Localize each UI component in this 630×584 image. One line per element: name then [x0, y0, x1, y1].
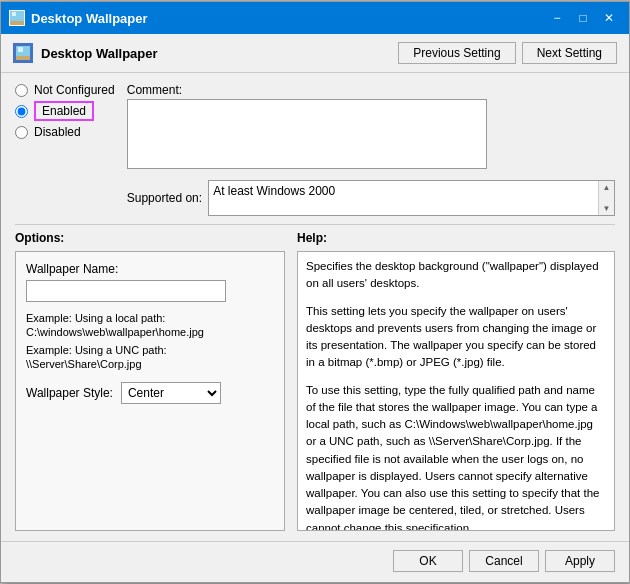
header-buttons: Previous Setting Next Setting [398, 42, 617, 64]
enabled-radio[interactable] [15, 105, 28, 118]
svg-rect-1 [10, 21, 24, 25]
options-panel: Options: Wallpaper Name: Example: Using … [15, 231, 285, 531]
help-title: Help: [297, 231, 615, 245]
svg-rect-4 [16, 56, 30, 60]
window-controls: − □ ✕ [545, 8, 621, 28]
supported-row: Supported on: At least Windows 2000 ▲ ▼ [127, 180, 615, 216]
top-section: Not Configured Enabled Disabled Comment: [15, 83, 615, 216]
example-local-label: Example: Using a local path: [26, 312, 274, 324]
header-icon [13, 43, 33, 63]
example-local-value: C:\windows\web\wallpaper\home.jpg [26, 326, 274, 338]
help-para-3: To use this setting, type the fully qual… [306, 382, 606, 532]
cancel-button[interactable]: Cancel [469, 550, 539, 572]
svg-rect-2 [12, 12, 16, 16]
supported-scrollbar: ▲ ▼ [598, 181, 614, 215]
options-title: Options: [15, 231, 285, 245]
scroll-down-arrow: ▼ [603, 204, 611, 213]
main-window: Desktop Wallpaper − □ ✕ Desktop Wallpape… [0, 1, 630, 583]
header-left: Desktop Wallpaper [13, 43, 158, 63]
style-select[interactable]: Center Tile Stretch Fit Fill Span [121, 382, 221, 404]
window-title: Desktop Wallpaper [31, 11, 545, 26]
header-title: Desktop Wallpaper [41, 46, 158, 61]
right-col: Comment: Supported on: At least Windows … [127, 83, 615, 216]
disabled-row: Disabled [15, 125, 115, 139]
not-configured-row: Not Configured [15, 83, 115, 97]
bottom-section: Options: Wallpaper Name: Example: Using … [15, 231, 615, 531]
comment-area: Comment: [127, 83, 615, 172]
next-setting-button[interactable]: Next Setting [522, 42, 617, 64]
comment-textarea[interactable] [127, 99, 487, 169]
help-panel: Help: Specifies the desktop background (… [297, 231, 615, 531]
options-box: Wallpaper Name: Example: Using a local p… [15, 251, 285, 531]
close-button[interactable]: ✕ [597, 8, 621, 28]
window-icon [9, 10, 25, 26]
apply-button[interactable]: Apply [545, 550, 615, 572]
style-row: Wallpaper Style: Center Tile Stretch Fit… [26, 382, 274, 404]
comment-label: Comment: [127, 83, 615, 97]
enabled-label: Enabled [34, 101, 94, 121]
svg-rect-5 [18, 47, 23, 52]
previous-setting-button[interactable]: Previous Setting [398, 42, 515, 64]
not-configured-radio[interactable] [15, 84, 28, 97]
supported-box: At least Windows 2000 ▲ ▼ [208, 180, 615, 216]
header-bar: Desktop Wallpaper Previous Setting Next … [1, 34, 629, 73]
ok-button[interactable]: OK [393, 550, 463, 572]
style-label: Wallpaper Style: [26, 386, 113, 400]
not-configured-label: Not Configured [34, 83, 115, 97]
scroll-up-arrow: ▲ [603, 183, 611, 192]
disabled-label: Disabled [34, 125, 81, 139]
footer: OK Cancel Apply [1, 541, 629, 582]
help-box[interactable]: Specifies the desktop background ("wallp… [297, 251, 615, 531]
main-content: Not Configured Enabled Disabled Comment: [1, 73, 629, 541]
supported-text: At least Windows 2000 [213, 184, 335, 198]
help-para-2: This setting lets you specify the wallpa… [306, 303, 606, 372]
help-para-1: Specifies the desktop background ("wallp… [306, 258, 606, 293]
minimize-button[interactable]: − [545, 8, 569, 28]
wallpaper-name-label: Wallpaper Name: [26, 262, 274, 276]
maximize-button[interactable]: □ [571, 8, 595, 28]
radio-section: Not Configured Enabled Disabled [15, 83, 115, 216]
disabled-radio[interactable] [15, 126, 28, 139]
example-unc-label: Example: Using a UNC path: [26, 344, 274, 356]
divider [15, 224, 615, 225]
wallpaper-name-input[interactable] [26, 280, 226, 302]
title-bar: Desktop Wallpaper − □ ✕ [1, 2, 629, 34]
example-unc-value: \\Server\Share\Corp.jpg [26, 358, 274, 370]
supported-label: Supported on: [127, 191, 202, 205]
enabled-row: Enabled [15, 101, 115, 121]
